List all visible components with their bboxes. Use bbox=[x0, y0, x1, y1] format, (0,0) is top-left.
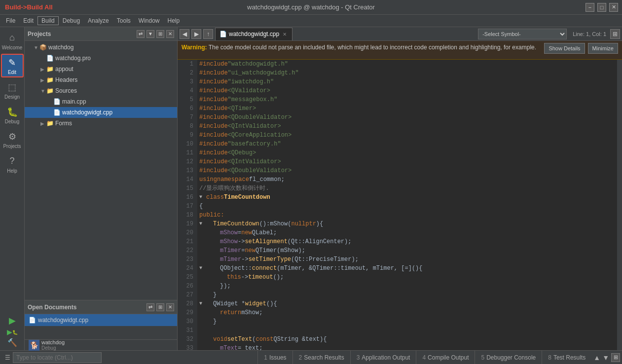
code-line-16: ▼class TimeCountdown bbox=[199, 193, 615, 202]
projects-icon: ⚙ bbox=[6, 131, 18, 143]
menu-help[interactable]: Help bbox=[164, 16, 184, 25]
close-panel-btn[interactable]: ✕ bbox=[166, 30, 174, 38]
tab-issues[interactable]: 1 Issues bbox=[257, 351, 292, 364]
code-line-11: #include <QDebug> bbox=[199, 148, 615, 157]
sidebar-item-design[interactable]: ⬚ Design bbox=[1, 78, 24, 102]
run-button[interactable]: ▶ bbox=[9, 315, 16, 326]
code-line-9: #include <QCoreApplication> bbox=[199, 131, 615, 140]
nav-forward-btn[interactable]: ▶ bbox=[191, 29, 201, 39]
code-line-12: #include <QIntValidator> bbox=[199, 157, 615, 166]
status-expand-btn[interactable]: ⊞ bbox=[611, 353, 620, 362]
menu-tools[interactable]: Tools bbox=[113, 16, 135, 25]
project-tree: ▼ 📦 watchdog 📄 watchdog.pro ▶ 📁 appout ▶… bbox=[25, 41, 177, 300]
line-col-info: Line: 1, Col: 1 bbox=[573, 31, 606, 37]
main-layout: ⌂ Welcome ✎ Edit ⬚ Design 🐛 Debug ⚙ Proj… bbox=[0, 27, 622, 350]
status-down-btn[interactable]: ▼ bbox=[602, 354, 609, 362]
tree-item-watchdog[interactable]: ▼ 📦 watchdog bbox=[25, 42, 177, 53]
menu-edit[interactable]: Edit bbox=[19, 16, 37, 25]
menu-build[interactable]: Build bbox=[37, 16, 59, 25]
code-line-33: mText = text; bbox=[199, 344, 615, 350]
status-tabs: 1 Issues 2 Search Results 3 Application … bbox=[257, 351, 591, 364]
code-line-5: #include "messagebox.h" bbox=[199, 95, 615, 104]
minimize-warning-btn[interactable]: Minimize bbox=[588, 43, 618, 54]
sidebar-item-edit[interactable]: ✎ Edit bbox=[1, 54, 24, 77]
open-docs-sync-btn[interactable]: ⇄ bbox=[146, 303, 154, 311]
warning-bar: Warning: The code model could not parse … bbox=[178, 41, 622, 60]
tab-watchdogwidgt-cpp[interactable]: 📄 watchdogwidgt.cpp ✕ bbox=[215, 28, 293, 40]
code-line-30: } bbox=[199, 317, 615, 326]
code-editor[interactable]: 1 2 3 4 5 6 7 8 9 10 11 12 13 14 15 ▼16 … bbox=[178, 60, 622, 350]
sidebar-item-help[interactable]: ? Help bbox=[1, 152, 24, 176]
code-line-22: mTimer = new QTimer(mShow); bbox=[199, 246, 615, 255]
tree-item-appout[interactable]: ▶ 📁 appout bbox=[25, 64, 177, 74]
open-documents-panel: Open Documents ⇄ ⊞ ✕ 📄 watchdogwidgt.cpp bbox=[25, 300, 177, 339]
menubar: File Edit Build Debug Analyze Tools Wind… bbox=[0, 15, 622, 27]
open-docs-split-btn[interactable]: ⊞ bbox=[156, 303, 164, 311]
help-icon: ? bbox=[6, 155, 18, 167]
status-up-btn[interactable]: ▲ bbox=[593, 354, 600, 362]
restore-window-btn[interactable]: □ bbox=[597, 3, 606, 12]
build-button[interactable]: 🔨 bbox=[7, 338, 17, 347]
tree-item-headers[interactable]: ▶ 📁 Headers bbox=[25, 74, 177, 85]
filter-btn[interactable]: ▼ bbox=[146, 30, 154, 38]
tree-item-main-cpp[interactable]: 📄 main.cpp bbox=[25, 96, 177, 107]
statusbar: ☰ 1 Issues 2 Search Results 3 Applicatio… bbox=[0, 350, 622, 364]
code-line-20: mShow = new QLabel; bbox=[199, 228, 615, 237]
locate-input[interactable] bbox=[13, 352, 102, 363]
code-line-4: #include <QValidator> bbox=[199, 86, 615, 95]
fold-19[interactable]: ▼ bbox=[199, 219, 206, 228]
menu-analyze[interactable]: Analyze bbox=[84, 16, 113, 25]
code-line-25: this->timeout(); bbox=[199, 273, 615, 282]
close-window-btn[interactable]: ✕ bbox=[609, 3, 618, 12]
sidebar-item-debug[interactable]: 🐛 Debug bbox=[1, 103, 24, 127]
minimize-window-btn[interactable]: − bbox=[585, 3, 594, 12]
tab-debugger-console[interactable]: 5 Debugger Console bbox=[475, 351, 542, 364]
debug-label: Debug bbox=[41, 345, 65, 351]
tree-item-forms[interactable]: ▶ 📁 Forms bbox=[25, 118, 177, 129]
sidebar-toggle-btn[interactable]: ☰ bbox=[2, 352, 13, 363]
code-line-27: } bbox=[199, 291, 615, 299]
fold-16[interactable]: ▼ bbox=[199, 193, 206, 202]
tree-item-watchdogwidgt-cpp[interactable]: 📄 watchdogwidgt.cpp bbox=[25, 107, 177, 118]
menu-window[interactable]: Window bbox=[135, 16, 164, 25]
editor-scrollbar[interactable] bbox=[617, 60, 622, 350]
open-docs-close-btn[interactable]: ✕ bbox=[166, 303, 174, 311]
split-btn[interactable]: ⊞ bbox=[156, 30, 164, 38]
symbol-select[interactable]: -Select Symbol- bbox=[478, 29, 567, 39]
code-line-10: #include "basefactory.h" bbox=[199, 140, 615, 148]
tab-test-results[interactable]: 8 Test Results bbox=[542, 351, 591, 364]
menu-file[interactable]: File bbox=[2, 16, 19, 25]
code-line-2: #include "ui_watchdogwidgt.h" bbox=[199, 69, 615, 77]
fold-28[interactable]: ▼ bbox=[199, 299, 206, 308]
tab-compile-output[interactable]: 4 Compile Output bbox=[416, 351, 475, 364]
open-doc-file-icon: 📄 bbox=[29, 317, 36, 324]
tree-item-sources[interactable]: ▼ 📁 Sources bbox=[25, 85, 177, 96]
fold-24[interactable]: ▼ bbox=[199, 264, 206, 273]
sidebar-item-welcome[interactable]: ⌂ Welcome bbox=[1, 29, 24, 53]
run-debug-button[interactable]: ▶🐛 bbox=[7, 328, 18, 336]
open-docs-title: Open Documents bbox=[28, 304, 76, 311]
appout-folder-icon: 📁 bbox=[46, 66, 54, 73]
code-line-32: void setText(const QString &text){ bbox=[199, 335, 615, 344]
code-line-23: mTimer->setTimerType(Qt::PreciseTimer); bbox=[199, 255, 615, 264]
sidebar-item-projects[interactable]: ⚙ Projects bbox=[1, 128, 24, 151]
tab-application-output[interactable]: 3 Application Output bbox=[350, 351, 416, 364]
tab-close-btn[interactable]: ✕ bbox=[281, 31, 288, 37]
sources-folder-icon: 📁 bbox=[46, 87, 54, 94]
split-editor-btn[interactable]: ⊞ bbox=[610, 29, 620, 39]
code-line-21: mShow->setAlignment(Qt::AlignCenter); bbox=[199, 237, 615, 246]
open-docs-controls: ⇄ ⊞ ✕ bbox=[146, 303, 174, 311]
nav-up-btn[interactable]: ↑ bbox=[203, 29, 213, 39]
show-details-btn[interactable]: Show Details bbox=[544, 43, 585, 54]
code-content[interactable]: #include "watchdogwidgt.h" #include "ui_… bbox=[197, 60, 617, 350]
tree-item-watchdog-pro[interactable]: 📄 watchdog.pro bbox=[25, 53, 177, 64]
build-all-label[interactable]: Build->Build All bbox=[5, 3, 53, 11]
sync-btn[interactable]: ⇄ bbox=[137, 30, 145, 38]
open-doc-watchdogwidgt[interactable]: 📄 watchdogwidgt.cpp bbox=[25, 314, 177, 326]
nav-back-btn[interactable]: ◀ bbox=[180, 29, 189, 39]
tab-search-results[interactable]: 2 Search Results bbox=[293, 351, 350, 364]
warning-actions: Show Details Minimize bbox=[544, 43, 618, 54]
projects-panel-title: Projects bbox=[28, 31, 51, 37]
sidebar-icons: ⌂ Welcome ✎ Edit ⬚ Design 🐛 Debug ⚙ Proj… bbox=[0, 27, 25, 350]
menu-debug[interactable]: Debug bbox=[59, 16, 84, 25]
